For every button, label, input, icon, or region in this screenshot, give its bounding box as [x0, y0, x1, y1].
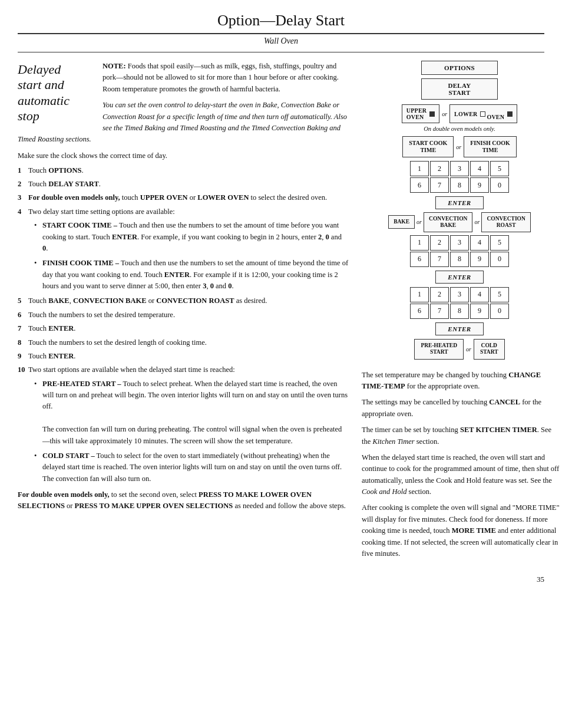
- num2-1[interactable]: 1: [410, 235, 429, 251]
- right-text-1: The set temperature may be changed by to…: [362, 370, 560, 393]
- num2-5[interactable]: 5: [490, 235, 509, 251]
- delay-start-button[interactable]: DelayStart: [421, 78, 498, 100]
- bullet-start-cook-time: START COOK TIME – Touch and then use the…: [34, 220, 349, 254]
- num3-3[interactable]: 3: [450, 287, 469, 302]
- num-3[interactable]: 3: [450, 161, 469, 176]
- oven-select-row: UpperOven or LowerOven: [402, 104, 517, 123]
- num-6[interactable]: 6: [410, 177, 429, 193]
- step-6: 6 Touch the numbers to set the desired t…: [18, 309, 349, 321]
- right-text-5: After cooking is complete the oven will …: [362, 502, 560, 559]
- right-column: Options DelayStart UpperOven or LowerOve…: [359, 61, 560, 564]
- num3-5[interactable]: 5: [490, 287, 509, 302]
- num2-7[interactable]: 7: [430, 252, 449, 267]
- diagram: Options DelayStart UpperOven or LowerOve…: [359, 61, 560, 361]
- or-label-3: or: [416, 219, 422, 225]
- num-0[interactable]: 0: [490, 177, 509, 193]
- num3-4[interactable]: 4: [470, 287, 489, 302]
- step-2: 2 Touch DELAY START.: [18, 179, 349, 190]
- num-7[interactable]: 7: [430, 177, 449, 193]
- start-cook-time-button[interactable]: Start CookTime: [402, 136, 454, 157]
- right-text-2: The settings may be cancelled by touchin…: [362, 397, 560, 420]
- num2-8[interactable]: 8: [450, 252, 469, 267]
- or-label-4: or: [474, 219, 480, 225]
- page-footer: 35: [18, 575, 544, 584]
- step-1: 1 Touch OPTIONS.: [18, 165, 349, 176]
- num-2[interactable]: 2: [430, 161, 449, 176]
- bake-button[interactable]: Bake: [388, 215, 415, 229]
- steps-list: 1 Touch OPTIONS. 2 Touch DELAY START. 3 …: [18, 165, 349, 485]
- or-label-1: or: [442, 111, 447, 117]
- step-10: 10 Two start options are available when …: [18, 364, 349, 485]
- finish-cook-time-button[interactable]: Finish CookTime: [464, 136, 517, 157]
- num3-1[interactable]: 1: [410, 287, 429, 302]
- bottom-note: For double oven models only, to set the …: [18, 489, 349, 512]
- right-text-block: The set temperature may be changed by to…: [359, 370, 560, 565]
- left-column: Delayed start and automatic stop NOTE: F…: [18, 61, 359, 564]
- num-5[interactable]: 5: [490, 161, 509, 176]
- enter-button-2[interactable]: Enter: [435, 271, 483, 284]
- step-4: 4 Two delay start time setting options a…: [18, 206, 349, 292]
- right-text-3: The timer can be set by touching SET KIT…: [362, 424, 560, 447]
- num-8[interactable]: 8: [450, 177, 469, 193]
- num3-9[interactable]: 9: [470, 304, 489, 319]
- cold-start-button[interactable]: ColdStart: [474, 339, 505, 360]
- double-oven-note: On double oven models only.: [424, 126, 495, 132]
- num2-6[interactable]: 6: [410, 252, 429, 267]
- make-sure-text: Make sure the clock shows the correct ti…: [18, 151, 349, 160]
- right-text-4: When the delayed start time is reached, …: [362, 452, 560, 498]
- enter-button-1[interactable]: Enter: [435, 196, 483, 209]
- num3-8[interactable]: 8: [450, 304, 469, 319]
- numpad-1: 1 2 3 4 5 6 7 8 9 0: [410, 161, 509, 193]
- convection-roast-button[interactable]: ConvectionRoast: [481, 212, 530, 232]
- num-1[interactable]: 1: [410, 161, 429, 176]
- num3-6[interactable]: 6: [410, 304, 429, 319]
- bullet-finish-cook-time: FINISH COOK TIME – Touch and then use th…: [34, 258, 349, 292]
- bullet-preheated-start: PRE-HEATED START – Touch to select prehe…: [34, 378, 349, 447]
- num3-0[interactable]: 0: [490, 304, 509, 319]
- or-label-5: or: [466, 346, 471, 353]
- step-7: 7 Touch ENTER.: [18, 323, 349, 334]
- note-label: NOTE:: [103, 62, 126, 70]
- step-5: 5 Touch BAKE, CONVECTION BAKE or CONVECT…: [18, 295, 349, 307]
- numpad-2: 1 2 3 4 5 6 7 8 9 0: [410, 235, 509, 267]
- num-9[interactable]: 9: [470, 177, 489, 193]
- options-button[interactable]: Options: [421, 61, 498, 75]
- num2-0[interactable]: 0: [490, 252, 509, 267]
- sub-bullets-4: START COOK TIME – Touch and then use the…: [28, 220, 349, 292]
- sub-bullets-10: PRE-HEATED START – Touch to select prehe…: [28, 378, 349, 485]
- preheated-cold-row: Pre-HeatedStart or ColdStart: [414, 339, 504, 360]
- enter-button-3[interactable]: Enter: [435, 322, 483, 335]
- step-9: 9 Touch ENTER.: [18, 351, 349, 362]
- step-8: 8 Touch the numbers to set the desired l…: [18, 337, 349, 348]
- page-number: 35: [537, 575, 544, 584]
- numpad-3: 1 2 3 4 5 6 7 8 9 0: [410, 287, 509, 319]
- num-4[interactable]: 4: [470, 161, 489, 176]
- bake-row: Bake or ConvectionBake or ConvectionRoas…: [388, 212, 531, 232]
- num2-4[interactable]: 4: [470, 235, 489, 251]
- convection-bake-button[interactable]: ConvectionBake: [424, 212, 472, 232]
- section-title: Delayed start and automatic stop: [18, 62, 94, 124]
- preheated-start-button[interactable]: Pre-HeatedStart: [414, 339, 464, 360]
- num3-7[interactable]: 7: [430, 304, 449, 319]
- upper-oven-button[interactable]: UpperOven: [402, 104, 439, 123]
- lower-oven-button[interactable]: LowerOven: [449, 104, 517, 123]
- cook-time-row: Start CookTime or Finish CookTime: [402, 136, 517, 157]
- step-3: 3 For double oven models only, touch UPP…: [18, 192, 349, 203]
- or-label-2: or: [456, 144, 461, 150]
- page-subtitle: Wall Oven: [264, 37, 298, 45]
- num2-3[interactable]: 3: [450, 235, 469, 251]
- page-header: Option—Delay Start Wall Oven: [18, 12, 544, 52]
- num2-2[interactable]: 2: [430, 235, 449, 251]
- bullet-cold-start: COLD START – Touch to select for the ove…: [34, 450, 349, 485]
- num2-9[interactable]: 9: [470, 252, 489, 267]
- page-title: Option—Delay Start: [18, 12, 544, 29]
- num3-2[interactable]: 2: [430, 287, 449, 302]
